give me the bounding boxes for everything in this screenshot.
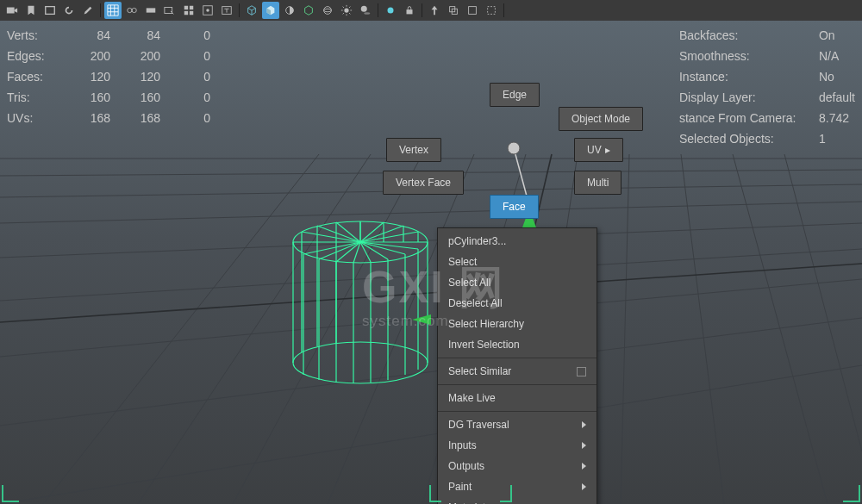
- svg-point-2: [128, 8, 132, 12]
- shadow-icon[interactable]: [357, 2, 374, 19]
- svg-line-66: [302, 232, 360, 242]
- ctx-deselect-all[interactable]: Deselect All: [438, 293, 597, 314]
- svg-line-72: [360, 232, 418, 242]
- svg-rect-7: [190, 6, 193, 9]
- plane-icon[interactable]: [142, 2, 159, 19]
- svg-line-67: [317, 226, 360, 242]
- svg-line-80: [319, 242, 360, 259]
- ctx-object-name[interactable]: pCylinder3...: [438, 231, 597, 252]
- ctx-outputs[interactable]: Outputs: [438, 456, 597, 476]
- lock-icon[interactable]: [401, 2, 418, 19]
- ctx-select[interactable]: Select: [438, 252, 597, 272]
- mm-multi[interactable]: Multi: [574, 171, 622, 195]
- text-box-icon[interactable]: [218, 2, 235, 19]
- hud-stats-right: Backfaces:OnSmoothness:N/AInstance:NoDis…: [671, 24, 857, 150]
- square-out-icon[interactable]: [464, 2, 481, 19]
- svg-point-47: [293, 342, 428, 383]
- svg-rect-1: [46, 7, 55, 15]
- svg-line-81: [303, 242, 360, 254]
- viewport-bracket: [843, 485, 860, 502]
- green-cube-icon[interactable]: [300, 2, 317, 19]
- viewport-bracket: [2, 485, 19, 502]
- ctx-inputs[interactable]: Inputs: [438, 435, 597, 456]
- svg-rect-5: [165, 8, 172, 14]
- ctx-select-all[interactable]: Select All: [438, 272, 597, 293]
- ctx-select-hierarchy[interactable]: Select Hierarchy: [438, 314, 597, 334]
- light-rect-icon[interactable]: [199, 2, 216, 19]
- svg-point-83: [508, 142, 520, 154]
- brush-icon[interactable]: [79, 2, 97, 19]
- svg-line-68: [336, 222, 360, 242]
- svg-line-43: [784, 154, 862, 451]
- mm-object-mode[interactable]: Object Mode: [559, 107, 643, 131]
- mm-uv[interactable]: UV▸: [574, 138, 623, 162]
- svg-point-14: [324, 7, 332, 15]
- shaded-cube-icon[interactable]: [262, 2, 279, 19]
- dashed-square-icon[interactable]: [483, 2, 500, 19]
- svg-line-40: [621, 154, 629, 504]
- svg-rect-24: [488, 7, 496, 15]
- svg-rect-6: [184, 6, 188, 9]
- wireframe-cube-icon[interactable]: [243, 2, 260, 19]
- camera-icon[interactable]: [3, 2, 21, 19]
- svg-line-70: [360, 222, 384, 242]
- half-sphere-icon[interactable]: [281, 2, 298, 19]
- svg-line-42: [733, 154, 828, 504]
- mm-face[interactable]: Face: [490, 195, 539, 219]
- svg-point-18: [364, 12, 370, 15]
- mm-vertex[interactable]: Vertex: [386, 138, 441, 162]
- mm-vertex-face[interactable]: Vertex Face: [383, 171, 464, 195]
- rings-icon[interactable]: [123, 2, 141, 19]
- reload-icon[interactable]: [60, 2, 78, 19]
- ctx-make-live[interactable]: Make Live: [438, 388, 597, 408]
- cursor-plane-icon[interactable]: [161, 2, 178, 19]
- svg-rect-9: [190, 11, 193, 15]
- viewport-bracket: [429, 485, 441, 502]
- grid-toggle-icon[interactable]: [104, 2, 122, 19]
- svg-line-41: [681, 154, 724, 504]
- ctx-paint[interactable]: Paint: [438, 476, 597, 497]
- gate-icon[interactable]: [41, 2, 59, 19]
- ctx-invert-selection[interactable]: Invert Selection: [438, 334, 597, 355]
- svg-point-19: [388, 8, 394, 14]
- svg-point-16: [344, 8, 348, 12]
- bookmark-icon[interactable]: [22, 2, 40, 19]
- viewport-toolbar: [0, 0, 862, 21]
- svg-line-75: [360, 242, 405, 254]
- hud-stats-left: Verts:84840Edges:2002000Faces:1201200Tri…: [5, 24, 221, 129]
- ctx-select-similar[interactable]: Select Similar: [438, 361, 597, 382]
- context-menu: pCylinder3... Select Select All Deselect…: [437, 227, 597, 504]
- svg-rect-20: [407, 9, 413, 14]
- svg-point-17: [361, 6, 367, 12]
- svg-point-11: [206, 9, 209, 12]
- checkbox-icon[interactable]: [577, 367, 586, 376]
- ctx-metadata[interactable]: Metadata: [438, 497, 597, 504]
- arrow-up-icon[interactable]: [426, 2, 443, 19]
- dot-icon[interactable]: [382, 2, 399, 19]
- mm-edge[interactable]: Edge: [490, 83, 540, 107]
- svg-point-3: [132, 8, 136, 12]
- quad-icon[interactable]: [180, 2, 197, 19]
- svg-point-15: [324, 9, 332, 12]
- sun-icon[interactable]: [338, 2, 355, 19]
- sphere-grid-icon[interactable]: [319, 2, 336, 19]
- viewport-bracket: [500, 485, 512, 502]
- svg-line-71: [360, 226, 403, 242]
- ctx-dg-traversal[interactable]: DG Traversal: [438, 414, 597, 435]
- svg-rect-4: [147, 8, 156, 12]
- svg-rect-8: [184, 11, 188, 15]
- copy-icon[interactable]: [445, 2, 462, 19]
- svg-rect-23: [469, 7, 477, 15]
- viewport[interactable]: Edge Object Mode Vertex UV▸ Vertex Face …: [0, 21, 862, 504]
- svg-rect-0: [7, 8, 15, 14]
